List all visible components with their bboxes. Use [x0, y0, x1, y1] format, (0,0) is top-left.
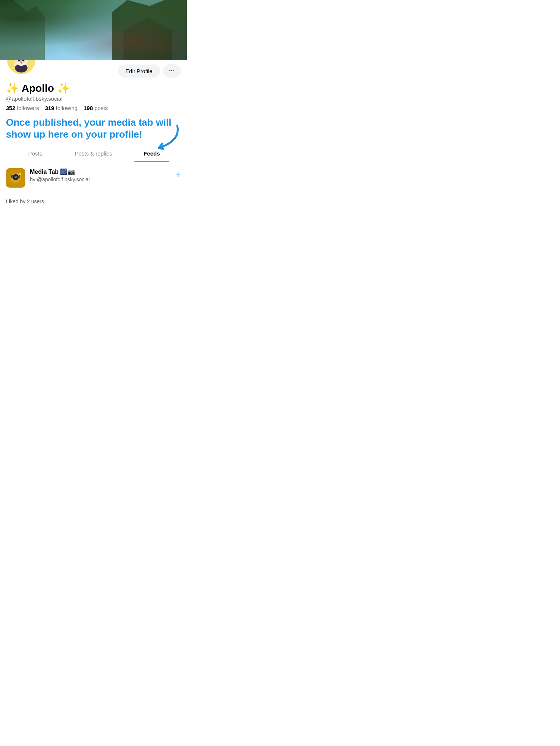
feed-icon: [6, 168, 25, 188]
promo-text: Once published, your media tab will show…: [6, 116, 181, 141]
following-stat[interactable]: 319 following: [45, 105, 78, 111]
feed-info: Media Tab 🎆📷 by @apollofolf.bsky.social: [30, 168, 171, 182]
tab-posts-replies[interactable]: Posts & replies: [64, 145, 122, 162]
svg-point-12: [20, 61, 22, 63]
profile-banner: [0, 0, 187, 60]
posts-stat: 198 posts: [84, 105, 108, 111]
profile-section: Edit Profile ··· ✨ Apollo ✨ @apollofolf.…: [0, 45, 187, 162]
user-handle: @apollofolf.bsky.social: [6, 95, 181, 102]
tabs-row: Posts Posts & replies Feeds: [6, 145, 181, 162]
feed-add-button[interactable]: +: [175, 170, 181, 179]
feed-author: by @apollofolf.bsky.social: [30, 176, 171, 182]
tab-feeds[interactable]: Feeds: [123, 145, 181, 162]
liked-by-text: Liked by 2 users: [6, 198, 181, 204]
feed-list-item: Media Tab 🎆📷 by @apollofolf.bsky.social …: [6, 168, 181, 188]
promo-annotation: Once published, your media tab will show…: [6, 116, 181, 141]
svg-point-14: [16, 61, 19, 63]
divider: [6, 193, 181, 193]
profile-actions: Edit Profile ···: [118, 64, 181, 78]
svg-point-26: [19, 173, 21, 175]
svg-rect-25: [11, 176, 20, 177]
edit-profile-button[interactable]: Edit Profile: [118, 65, 160, 78]
followers-stat[interactable]: 352 followers: [6, 105, 39, 111]
display-name: ✨ Apollo ✨: [6, 82, 181, 95]
svg-point-15: [23, 61, 26, 63]
stats-row: 352 followers 319 following 198 posts: [6, 105, 181, 111]
more-options-button[interactable]: ···: [163, 64, 181, 78]
feed-section: Media Tab 🎆📷 by @apollofolf.bsky.social …: [0, 162, 187, 210]
tab-posts[interactable]: Posts: [6, 145, 64, 162]
feed-title: Media Tab 🎆📷: [30, 168, 171, 175]
